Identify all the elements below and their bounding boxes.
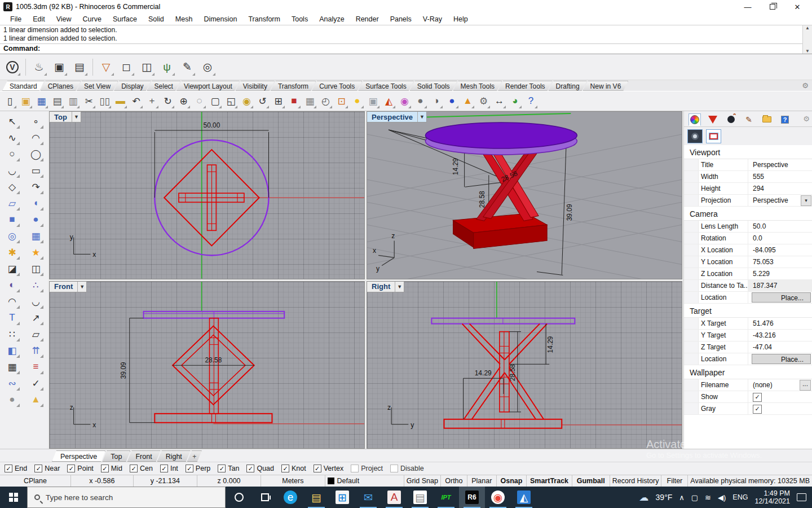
viewport-top[interactable]: 50.00 y x Top ▼ xyxy=(49,111,365,279)
check-icon[interactable]: ✓ xyxy=(28,375,44,391)
taskbar-ipt-app[interactable]: IPT xyxy=(433,487,459,508)
zoom-selected-icon[interactable]: ◉ xyxy=(239,93,254,110)
taskbar-mail-app[interactable]: ✉ xyxy=(355,487,381,508)
radial-menu-icon[interactable]: ◴ xyxy=(318,93,333,110)
undo-view-icon[interactable]: ↺ xyxy=(255,93,270,110)
action-center-icon[interactable] xyxy=(797,493,806,501)
open-file-icon[interactable]: ▣ xyxy=(18,93,33,110)
property-row[interactable]: Z Target -47.04 xyxy=(684,341,812,353)
property-row[interactable]: Title Perspective xyxy=(684,159,812,171)
osnap-checkbox[interactable]: Quad xyxy=(246,465,274,472)
viewport-title-front[interactable]: Front ▼ xyxy=(50,282,87,292)
grid-snap-toggle[interactable]: Grid Snap xyxy=(404,475,441,487)
osnap-checkbox[interactable]: Tan xyxy=(218,465,239,472)
tab-help[interactable]: ? xyxy=(779,113,791,126)
pan-icon[interactable]: + xyxy=(144,93,160,110)
new-file-icon[interactable]: ▯ xyxy=(2,93,17,110)
start-button[interactable] xyxy=(0,487,27,508)
chevron-down-icon[interactable]: ▼ xyxy=(395,282,404,292)
menu-item[interactable]: Edit xyxy=(27,14,51,24)
arc-icon[interactable]: ◡ xyxy=(5,163,20,178)
vray-material-icon[interactable]: ✎ xyxy=(178,58,196,77)
toolbar-tab[interactable]: Display xyxy=(114,81,151,91)
curve-blend-icon[interactable]: ↷ xyxy=(28,179,44,195)
viewport-tab[interactable]: Front xyxy=(127,450,160,462)
osnap-checkbox[interactable]: Disable xyxy=(390,465,424,472)
menu-item[interactable]: Curve xyxy=(77,14,107,24)
toolbar-tab[interactable]: Transform xyxy=(271,81,316,91)
extrude-icon[interactable]: ⇈ xyxy=(28,343,44,358)
taskbar-chrome-app[interactable]: ◉ xyxy=(485,487,511,508)
taskbar-photos-app[interactable]: ◭ xyxy=(511,487,537,508)
menu-item[interactable]: File xyxy=(5,14,27,24)
viewport-properties-button[interactable] xyxy=(706,129,721,143)
tab-libraries[interactable] xyxy=(761,113,773,126)
osnap-checkbox[interactable]: Cen xyxy=(130,465,153,472)
copy-icon[interactable]: ▯▯ xyxy=(97,93,112,110)
zoom-in-icon[interactable]: ⊕ xyxy=(176,93,191,110)
property-row[interactable]: Z Location 5.229 xyxy=(684,268,812,280)
named-cplane-icon[interactable]: ■ xyxy=(286,93,302,110)
menu-item[interactable]: View xyxy=(51,14,77,24)
viewport-layout-icon[interactable]: ⊞ xyxy=(271,93,286,110)
toolbar-tab[interactable]: Drafting xyxy=(549,81,587,91)
dimension-tool-icon[interactable]: ↔ xyxy=(492,93,507,110)
sphere-icon[interactable]: ● xyxy=(28,212,44,227)
toolbar-tab[interactable]: Mesh Tools xyxy=(453,81,502,91)
viewport-tab[interactable]: Top xyxy=(102,450,130,462)
filter-button[interactable]: Filter xyxy=(661,475,688,487)
flow-icon[interactable]: ∾ xyxy=(5,375,20,391)
chevron-down-icon[interactable]: ▼ xyxy=(77,282,86,292)
lamp-icon[interactable]: ● xyxy=(350,93,365,110)
smarttrack-toggle[interactable]: SmartTrack xyxy=(527,475,572,487)
vray-grass-icon[interactable]: ψ xyxy=(158,58,176,77)
zoom-dynamic-icon[interactable]: ◌ xyxy=(192,93,207,110)
temperature[interactable]: 39°F xyxy=(656,493,673,502)
explode-icon[interactable]: ★ xyxy=(28,244,44,260)
tab-vray[interactable] xyxy=(707,113,719,126)
task-view-button[interactable] xyxy=(253,487,277,508)
wallpaper-show-checkbox[interactable]: Show xyxy=(684,391,812,403)
property-row[interactable]: X Target 51.476 xyxy=(684,318,812,330)
vray-target-icon[interactable]: ◎ xyxy=(198,58,217,77)
camera-properties-button[interactable] xyxy=(687,129,703,143)
z-coordinate[interactable]: z 0.000 xyxy=(197,475,261,487)
toolbar-tab[interactable]: Render Tools xyxy=(498,81,553,91)
surface-grid-icon[interactable]: ▦ xyxy=(28,228,44,244)
taskbar-store-app[interactable]: ⊞ xyxy=(329,487,355,508)
menu-item[interactable]: Transform xyxy=(242,14,286,24)
cylinder-icon[interactable]: ◎ xyxy=(5,228,20,244)
viewport-tab[interactable]: Perspective xyxy=(52,450,105,462)
scale-icon[interactable]: ↗ xyxy=(28,310,44,326)
toolbar-tab[interactable]: Visibility xyxy=(236,81,275,91)
menu-item[interactable]: Mesh xyxy=(170,14,198,24)
weather-icon[interactable]: ☁ xyxy=(639,492,649,503)
earth-icon[interactable]: ◕ xyxy=(508,93,523,110)
surface-cp-icon[interactable]: ▱ xyxy=(5,195,20,211)
units-button[interactable]: Meters xyxy=(261,475,325,487)
export-icon[interactable]: ▥ xyxy=(65,93,81,110)
array-icon[interactable]: ∷ xyxy=(5,326,20,342)
cortana-button[interactable] xyxy=(226,487,253,508)
osnap-checkbox[interactable]: Perp xyxy=(186,465,210,472)
curve-icon[interactable]: ∿ xyxy=(5,130,20,146)
text-icon[interactable]: T xyxy=(5,310,20,326)
tab-notes[interactable]: ✎ xyxy=(743,113,755,126)
fillet-icon[interactable]: ◠ xyxy=(5,294,20,309)
record-history-toggle[interactable]: Record History xyxy=(610,475,662,487)
menu-item[interactable]: Dimension xyxy=(198,14,242,24)
tab-properties[interactable] xyxy=(689,113,701,126)
x-coordinate[interactable]: x -0.586 xyxy=(71,475,134,487)
wifi-icon[interactable]: ≋ xyxy=(705,493,711,502)
circle-icon[interactable]: ○ xyxy=(5,146,20,162)
print-icon[interactable]: ▤ xyxy=(50,93,65,110)
property-row[interactable]: Projection Perspective xyxy=(684,195,812,207)
ellipse-icon[interactable]: ◯ xyxy=(28,146,44,162)
menu-item[interactable]: V-Ray xyxy=(417,14,448,24)
lock-icon[interactable]: ▣ xyxy=(365,93,381,110)
trim-icon[interactable]: ◪ xyxy=(5,261,20,277)
language-indicator[interactable]: ENG xyxy=(732,493,748,501)
gear-icon[interactable]: ⚙ xyxy=(802,81,809,90)
rectangle-icon[interactable]: ▭ xyxy=(28,163,44,178)
property-row[interactable]: Lens Length 50.0 xyxy=(684,221,812,233)
